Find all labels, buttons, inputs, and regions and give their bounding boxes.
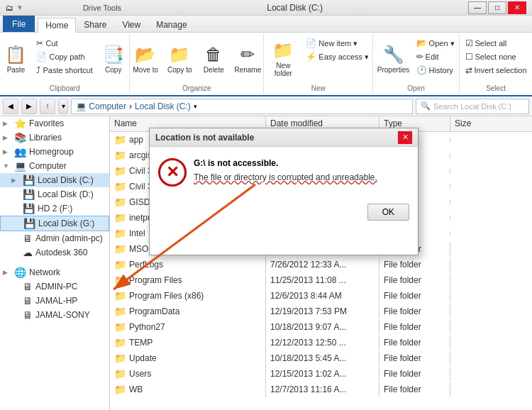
paste-label: Paste xyxy=(7,66,26,74)
file-date: 10/18/2013 9:07 A... xyxy=(266,320,379,334)
dialog-ok-button[interactable]: OK xyxy=(367,204,409,221)
tab-share[interactable]: Share xyxy=(76,17,114,32)
file-date: 12/12/2013 12:50 ... xyxy=(266,336,379,350)
rename-button[interactable]: ✏ Rename xyxy=(231,37,264,81)
up-button[interactable]: ↑ xyxy=(40,99,55,114)
history-button[interactable]: 🕐 History xyxy=(414,64,458,77)
maximize-button[interactable]: □ xyxy=(488,1,506,14)
col-size[interactable]: Size xyxy=(450,116,475,131)
homegroup-label: Homegroup xyxy=(29,147,74,157)
tab-manage[interactable]: Manage xyxy=(148,17,194,32)
breadcrumb-localdisk[interactable]: Local Disk (C:) xyxy=(135,101,191,111)
sidebar-item-libraries[interactable]: ▶ 📚 Libraries xyxy=(0,131,109,145)
move-to-button[interactable]: 📂 Move to xyxy=(129,37,162,81)
sidebar: ▶ ⭐ Favorites ▶ 📚 Libraries ▶ 👥 Homegrou… xyxy=(0,116,110,410)
jamal-sony-label: JAMAL-SONY xyxy=(35,310,90,320)
back-button[interactable]: ◀ xyxy=(3,99,18,114)
admin-icon: 🖥 xyxy=(23,233,33,244)
history-label: History xyxy=(429,66,453,74)
folder-icon: 📁 xyxy=(114,275,126,286)
dialog-close-button[interactable]: ✕ xyxy=(398,131,412,144)
paste-shortcut-button[interactable]: ⤴ Paste shortcut xyxy=(33,64,95,77)
move-to-icon: 📂 xyxy=(135,45,156,65)
new-folder-button[interactable]: 📁 New folder xyxy=(265,37,301,81)
select-col: ☑ Select all ☐ Select none ⇄ Invert sele… xyxy=(462,37,530,77)
sidebar-item-autodesk[interactable]: ☁ Autodesk 360 xyxy=(0,245,109,260)
properties-button[interactable]: 🔧 Properties xyxy=(375,37,412,81)
invert-selection-button[interactable]: ⇄ Invert selection xyxy=(462,64,530,77)
sidebar-item-admin-pc[interactable]: 🖥 ADMIN-PC xyxy=(0,279,109,294)
copy-path-label: Copy path xyxy=(49,52,84,61)
folder-icon: 📁 xyxy=(114,196,126,208)
sidebar-item-local-d[interactable]: 💾 Local Disk (D:) xyxy=(0,187,109,201)
delete-button[interactable]: 🗑 Delete xyxy=(197,37,230,81)
copy-button[interactable]: 📑 Copy xyxy=(97,37,130,81)
clipboard-buttons: 📋 Paste ✂ Cut 📄 Copy path ⤴ Paste shortc… xyxy=(0,34,131,84)
move-to-label: Move to xyxy=(133,66,159,74)
recent-button[interactable]: ▾ xyxy=(58,99,68,114)
jamal-hp-icon: 🖥 xyxy=(23,295,33,306)
sidebar-item-jamal-sony[interactable]: 🖥 JAMAL-SONY xyxy=(0,308,109,322)
hd2-icon: 💾 xyxy=(23,203,35,214)
new-item-icon: 📄 xyxy=(306,38,316,48)
select-none-label: Select none xyxy=(475,52,516,61)
sidebar-item-admin[interactable]: 🖥 Admin (admin-pc) xyxy=(0,231,109,245)
folder-icon: 📁 xyxy=(114,181,126,192)
file-name: Users xyxy=(129,369,151,379)
file-size xyxy=(450,247,459,251)
tab-home[interactable]: Home xyxy=(38,18,76,33)
easy-access-button[interactable]: ⚡ Easy access ▾ xyxy=(303,50,372,63)
select-none-button[interactable]: ☐ Select none xyxy=(462,50,530,63)
table-row[interactable]: 📁 ProgramData 12/19/2013 7:53 PM File fo… xyxy=(110,304,532,319)
paste-icon: 📋 xyxy=(5,45,26,65)
file-size xyxy=(450,278,459,282)
shortcut-label: Paste shortcut xyxy=(43,66,92,74)
favorites-icon: ⭐ xyxy=(14,118,26,129)
sidebar-item-network[interactable]: ▶ 🌐 Network xyxy=(0,265,109,279)
sidebar-item-hd2[interactable]: 💾 HD 2 (F:) xyxy=(0,201,109,216)
copy-to-button[interactable]: 📁 Copy to xyxy=(163,37,196,81)
edit-button[interactable]: ✏ Edit xyxy=(414,50,458,63)
copy-path-button[interactable]: 📄 Copy path xyxy=(33,50,95,63)
forward-button[interactable]: ▶ xyxy=(21,99,37,114)
table-row[interactable]: 📁 TEMP 12/12/2013 12:50 ... File folder xyxy=(110,335,532,350)
tab-view[interactable]: View xyxy=(114,17,148,32)
file-type: File folder xyxy=(379,304,450,318)
table-row[interactable]: 📁 Update 10/18/2013 5:45 A... File folde… xyxy=(110,350,532,366)
dialog-text: G:\ is not accessible. The file or direc… xyxy=(194,158,409,182)
rename-icon: ✏ xyxy=(240,45,255,65)
dialog-body: ✕ G:\ is not accessible. The file or dir… xyxy=(150,147,418,198)
network-icon: 🌐 xyxy=(14,267,26,278)
sidebar-item-jamal-hp[interactable]: 🖥 JAMAL-HP xyxy=(0,294,109,308)
table-row[interactable]: 📁 WB 12/7/2013 11:16 A... File folder xyxy=(110,382,532,397)
sidebar-item-computer[interactable]: ▼ 💻 Computer xyxy=(0,159,109,173)
table-row[interactable]: 📁 Users 12/15/2013 1:02 A... File folder xyxy=(110,366,532,382)
address-path[interactable]: 💻 Computer › Local Disk (C:) ▾ xyxy=(71,99,413,114)
breadcrumb-arrow: ▾ xyxy=(194,103,197,110)
dialog-footer: OK xyxy=(150,198,418,226)
sidebar-item-favorites[interactable]: ▶ ⭐ Favorites xyxy=(0,116,109,131)
table-row[interactable]: 📁 Program Files (x86) 12/6/2013 8:44 AM … xyxy=(110,288,532,304)
breadcrumb-computer[interactable]: 💻 Computer xyxy=(76,101,126,111)
table-row[interactable]: 📁 Python27 10/18/2013 9:07 A... File fol… xyxy=(110,319,532,335)
error-icon: ✕ xyxy=(158,158,187,187)
tab-file[interactable]: File xyxy=(3,16,35,32)
copy-icon: 📑 xyxy=(103,45,124,65)
computer-icon: 💻 xyxy=(14,160,26,172)
network-label: Network xyxy=(29,267,60,277)
open-button[interactable]: 📂 Open ▾ xyxy=(414,37,458,50)
minimize-button[interactable]: — xyxy=(468,1,487,14)
select-all-button[interactable]: ☑ Select all xyxy=(462,37,530,50)
sidebar-item-local-c[interactable]: ▶ 💾 Local Disk (C:) xyxy=(0,173,109,187)
table-row[interactable]: 📁 PerfLogs 7/26/2012 12:33 A... File fol… xyxy=(110,257,532,272)
search-box[interactable]: 🔍 Search Local Disk (C:) xyxy=(416,99,529,114)
new-item-button[interactable]: 📄 New item ▾ xyxy=(303,37,372,50)
sidebar-item-homegroup[interactable]: ▶ 👥 Homegroup xyxy=(0,145,109,159)
ribbon-group-open: 🔧 Properties 📂 Open ▾ ✏ Edit 🕐 History O… xyxy=(373,34,460,94)
cut-button[interactable]: ✂ Cut xyxy=(33,37,95,50)
quick-access: ▼ xyxy=(16,4,23,11)
table-row[interactable]: 📁 Program Files 11/25/2013 11:08 ... Fil… xyxy=(110,272,532,288)
close-button[interactable]: ✕ xyxy=(508,1,526,14)
sidebar-item-local-g[interactable]: 💾 Local Disk (G:) xyxy=(0,216,109,231)
paste-button[interactable]: 📋 Paste xyxy=(0,37,32,81)
